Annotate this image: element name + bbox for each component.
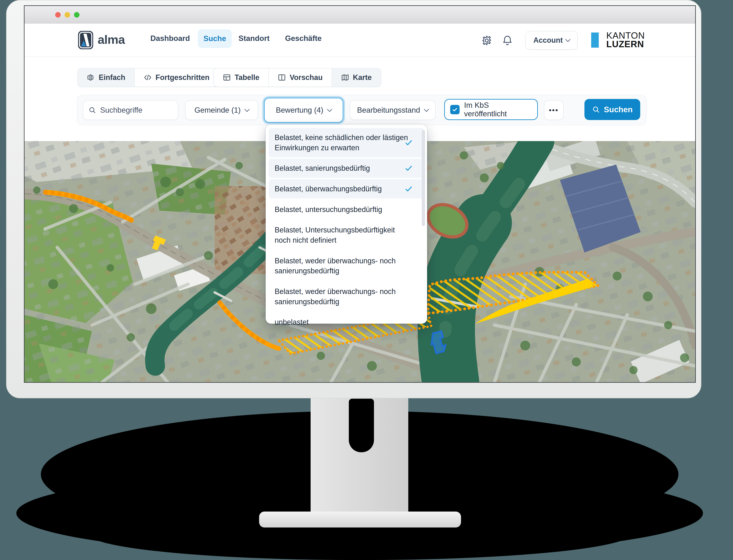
- settings-gear-icon[interactable]: [481, 35, 492, 46]
- bewertung-option[interactable]: unbelastet: [269, 313, 424, 332]
- search-submit-button[interactable]: Suchen: [584, 99, 640, 120]
- notifications-bell-icon[interactable]: [502, 35, 513, 46]
- nav-item-standort[interactable]: Standort: [239, 34, 270, 43]
- nav-item-geschaefte[interactable]: Geschäfte: [285, 34, 322, 43]
- option-label: Belastet, Untersuchungsbedürftigkeit noc…: [275, 226, 395, 244]
- mode-fortgeschritten-button[interactable]: Fortgeschritten: [135, 68, 219, 86]
- bearbeitungsstand-filter-dropdown[interactable]: Bearbeitungsstand: [350, 100, 435, 120]
- search-icon: [88, 106, 96, 114]
- monitor-stand-base: [259, 512, 461, 527]
- view-toggle: Tabelle Vorschau Karte: [213, 68, 381, 87]
- checkbox-checked-icon: [450, 105, 459, 114]
- nav-item-dashboard[interactable]: Dashboard: [150, 34, 190, 43]
- bewertung-option[interactable]: Belastet, weder überwachungs- noch sanie…: [269, 251, 424, 281]
- bewertung-option[interactable]: Belastet, sanierungsbedürftig: [269, 159, 424, 178]
- search-submit-label: Suchen: [604, 105, 633, 114]
- bewertung-filter-dropdown[interactable]: Bewertung (4): [264, 98, 343, 123]
- search-mode-toggle: Einfach Fortgeschritten: [77, 68, 219, 87]
- table-icon: [223, 73, 231, 82]
- check-icon: [404, 164, 413, 172]
- gemeinde-filter-dropdown[interactable]: Gemeinde (1): [185, 100, 258, 120]
- view-vorschau-button[interactable]: Vorschau: [269, 68, 332, 86]
- search-field: [83, 100, 178, 120]
- option-label: Belastet, untersuchungsbedürftig: [275, 205, 382, 214]
- monitor-stand-neck: [311, 398, 408, 515]
- bewertung-option[interactable]: Belastet, weder überwachungs- noch sanie…: [269, 282, 424, 311]
- maximize-window-button[interactable]: [74, 12, 80, 18]
- check-icon: [404, 185, 413, 193]
- option-label: Belastet, keine schädlichen oder lästige…: [275, 133, 408, 152]
- view-tabelle-label: Tabelle: [235, 73, 259, 82]
- chevron-down-icon: [327, 107, 332, 112]
- more-filters-button[interactable]: •••: [544, 100, 564, 120]
- option-label: Belastet, weder überwachungs- noch sanie…: [275, 257, 395, 275]
- chevron-down-icon: [424, 107, 429, 112]
- search-icon: [592, 105, 600, 114]
- close-window-button[interactable]: [55, 12, 61, 18]
- view-karte-label: Karte: [353, 73, 372, 82]
- kanton-luzern-logo-bar: [591, 33, 599, 48]
- account-menu-button[interactable]: Account: [525, 31, 578, 50]
- view-tabelle-button[interactable]: Tabelle: [214, 68, 269, 86]
- option-label: Belastet, überwachungsbedürftig: [275, 185, 382, 193]
- option-label: Belastet, sanierungsbedürftig: [275, 164, 370, 172]
- option-label: unbelastet: [275, 318, 309, 326]
- nav-item-suche[interactable]: Suche: [198, 29, 232, 48]
- window-titlebar: [25, 6, 695, 24]
- map-icon: [341, 73, 349, 82]
- option-label: Belastet, weder überwachungs- noch sanie…: [275, 287, 395, 306]
- bewertung-option[interactable]: Belastet, keine schädlichen oder lästige…: [269, 128, 424, 157]
- bewertung-option[interactable]: Belastet, überwachungsbedürftig: [269, 179, 424, 199]
- view-karte-button[interactable]: Karte: [332, 68, 381, 86]
- kbs-published-label: Im KbS veröffentlicht: [464, 101, 532, 118]
- mode-einfach-label: Einfach: [99, 73, 125, 82]
- alma-logo-icon: [78, 31, 93, 49]
- dropdown-scrollbar[interactable]: [422, 130, 425, 226]
- chevron-down-icon: [245, 107, 250, 112]
- bewertung-filter-label: Bewertung (4): [276, 106, 323, 114]
- bearbeitungsstand-filter-label: Bearbeitungsstand: [357, 106, 420, 114]
- kanton-line1: KANTON: [606, 31, 645, 40]
- chevron-down-icon: [565, 37, 570, 42]
- bewertung-option[interactable]: Belastet, untersuchungsbedürftig: [269, 200, 424, 219]
- check-icon: [404, 139, 413, 147]
- kanton-luzern-logo: KANTON LUZERN: [606, 31, 645, 48]
- minimize-window-button[interactable]: [65, 12, 70, 18]
- brand-name: alma: [98, 33, 125, 47]
- mode-fortgeschritten-label: Fortgeschritten: [156, 73, 210, 82]
- app-header: alma Dashboard Suche Standort Geschäfte …: [25, 24, 695, 57]
- view-vorschau-label: Vorschau: [290, 73, 323, 82]
- code-icon: [144, 73, 152, 82]
- kanton-line2: LUZERN: [606, 40, 645, 48]
- bewertung-options-dropdown: Belastet, keine schädlichen oder lästige…: [266, 125, 427, 324]
- gemeinde-filter-label: Gemeinde (1): [194, 106, 241, 114]
- account-label: Account: [533, 36, 563, 45]
- monitor-cable-slot: [349, 399, 374, 452]
- ellipsis-icon: •••: [549, 106, 559, 114]
- browser-window: alma Dashboard Suche Standort Geschäfte …: [25, 6, 695, 382]
- split-view-icon: [278, 73, 286, 82]
- mode-einfach-button[interactable]: Einfach: [78, 68, 135, 86]
- input-cursor-icon: [87, 73, 95, 82]
- search-input[interactable]: [100, 106, 170, 114]
- kbs-published-checkbox[interactable]: Im KbS veröffentlicht: [444, 99, 538, 120]
- bewertung-option[interactable]: Belastet, Untersuchungsbedürftigkeit noc…: [269, 220, 424, 250]
